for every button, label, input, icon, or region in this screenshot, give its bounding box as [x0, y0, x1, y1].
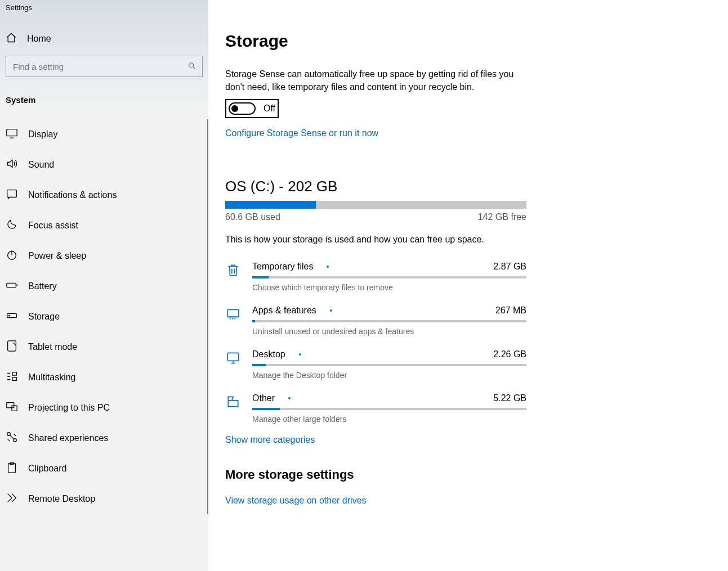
sidebar-item-tablet-mode[interactable]: Tablet mode — [0, 332, 208, 362]
storage-sense-toggle[interactable]: Off — [225, 99, 279, 118]
category-sub: Uninstall unused or undesired apps & fea… — [252, 327, 526, 336]
svg-rect-8 — [7, 403, 14, 408]
sidebar-item-shared-experiences[interactable]: Shared experiences — [0, 423, 208, 453]
configure-storage-sense-link[interactable]: Configure Storage Sense or run it now — [225, 128, 378, 138]
sidebar-item-label: Battery — [28, 281, 57, 291]
storage-icon — [6, 309, 18, 324]
sidebar-item-label: Multitasking — [28, 372, 75, 383]
sidebar-item-label: Tablet mode — [28, 342, 77, 352]
drive-description: This is how your storage is used and how… — [225, 235, 711, 245]
sidebar-item-focus-assist[interactable]: Focus assist — [0, 210, 208, 241]
category-sub: Choose which temporary files to remove — [252, 283, 526, 292]
sidebar-item-multitasking[interactable]: Multitasking — [0, 362, 208, 393]
drive-usage-fill — [225, 201, 316, 209]
svg-rect-1 — [7, 129, 17, 136]
category-size: 2.26 GB — [493, 349, 526, 359]
sidebar: Settings Home System Display Sound Notif… — [0, 0, 208, 571]
dot-icon — [327, 266, 329, 268]
sidebar-item-battery[interactable]: Battery — [0, 271, 208, 302]
category-sub: Manage other large folders — [252, 415, 526, 424]
nav-scroll-indicator — [207, 119, 208, 514]
category-name: Temporary files — [252, 262, 313, 272]
shared-icon — [6, 431, 18, 446]
dot-icon — [330, 309, 332, 312]
sidebar-item-power-sleep[interactable]: Power & sleep — [0, 241, 208, 271]
home-icon — [6, 32, 17, 46]
category-other[interactable]: Other 5.22 GB Manage other large folders — [225, 388, 526, 431]
svg-rect-14 — [227, 310, 239, 317]
sidebar-item-label: Clipboard — [28, 464, 66, 474]
category-name: Desktop — [252, 349, 285, 359]
focus-assist-icon — [6, 218, 18, 233]
sidebar-item-sound[interactable]: Sound — [0, 150, 208, 180]
category-size: 267 MB — [495, 305, 526, 316]
drive-free-label: 142 GB free — [478, 212, 526, 222]
toggle-switch[interactable] — [229, 102, 256, 115]
search-field[interactable] — [13, 62, 187, 71]
drive-used-label: 60.6 GB used — [225, 212, 280, 222]
sidebar-item-display[interactable]: Display — [0, 119, 208, 150]
drive-title: OS (C:) - 202 GB — [225, 178, 711, 195]
storage-sense-description: Storage Sense can automatically free up … — [225, 68, 518, 93]
category-temporary-files[interactable]: Temporary files 2.87 GB Choose which tem… — [225, 256, 526, 300]
sidebar-item-label: Projecting to this PC — [28, 403, 110, 413]
tablet-icon — [6, 340, 18, 354]
section-label: System — [0, 77, 208, 109]
sidebar-item-notifications[interactable]: Notifications & actions — [0, 180, 208, 210]
main-content: Storage Storage Sense can automatically … — [208, 0, 728, 571]
category-list: Temporary files 2.87 GB Choose which tem… — [225, 256, 526, 431]
svg-rect-15 — [227, 353, 239, 361]
nav-list: Display Sound Notifications & actions Fo… — [0, 119, 208, 514]
search-icon — [187, 61, 196, 72]
sidebar-item-label: Power & sleep — [28, 251, 86, 261]
sidebar-item-projecting[interactable]: Projecting to this PC — [0, 393, 208, 423]
remote-icon — [6, 492, 18, 506]
dot-icon — [299, 353, 301, 356]
category-apps-features[interactable]: Apps & features 267 MB Uninstall unused … — [225, 300, 526, 344]
sidebar-item-label: Remote Desktop — [28, 494, 95, 504]
sidebar-item-label: Sound — [28, 160, 54, 170]
power-icon — [6, 249, 18, 263]
sidebar-item-storage[interactable]: Storage — [0, 302, 208, 332]
display-icon — [6, 127, 18, 142]
home-label: Home — [27, 34, 51, 44]
clipboard-icon — [6, 461, 18, 476]
svg-rect-2 — [7, 190, 17, 197]
sidebar-item-label: Storage — [28, 312, 60, 322]
category-sub: Manage the Desktop folder — [252, 371, 526, 380]
desktop-icon — [225, 349, 241, 380]
svg-point-0 — [189, 62, 194, 67]
battery-icon — [6, 279, 18, 294]
svg-rect-4 — [7, 283, 16, 287]
apps-icon — [225, 305, 241, 336]
home-button[interactable]: Home — [0, 12, 208, 51]
sidebar-item-label: Display — [28, 129, 57, 140]
multitasking-icon — [6, 370, 18, 385]
search-input[interactable] — [6, 56, 203, 77]
drive-usage-bar — [225, 201, 526, 209]
svg-point-6 — [9, 315, 10, 316]
page-title: Storage — [225, 32, 711, 51]
sidebar-item-label: Focus assist — [28, 221, 78, 231]
app-title: Settings — [0, 0, 208, 12]
folder-icon — [225, 393, 241, 424]
notifications-icon — [6, 188, 18, 203]
view-other-drives-link[interactable]: View storage usage on other drives — [225, 496, 367, 506]
projecting-icon — [6, 401, 18, 415]
sidebar-item-clipboard[interactable]: Clipboard — [0, 453, 208, 484]
sidebar-item-label: Shared experiences — [28, 433, 108, 443]
toggle-state-label: Off — [263, 104, 275, 114]
category-desktop[interactable]: Desktop 2.26 GB Manage the Desktop folde… — [225, 344, 526, 388]
svg-rect-9 — [12, 406, 17, 411]
sidebar-item-label: Notifications & actions — [28, 190, 117, 200]
sound-icon — [6, 158, 18, 172]
dot-icon — [288, 397, 291, 399]
category-size: 2.87 GB — [493, 262, 526, 272]
category-name: Apps & features — [252, 305, 316, 316]
more-storage-heading: More storage settings — [225, 467, 711, 482]
category-name: Other — [252, 393, 275, 403]
show-more-categories-link[interactable]: Show more categories — [225, 435, 315, 445]
trash-icon — [225, 262, 241, 292]
sidebar-item-remote-desktop[interactable]: Remote Desktop — [0, 484, 208, 514]
svg-rect-7 — [8, 341, 16, 351]
